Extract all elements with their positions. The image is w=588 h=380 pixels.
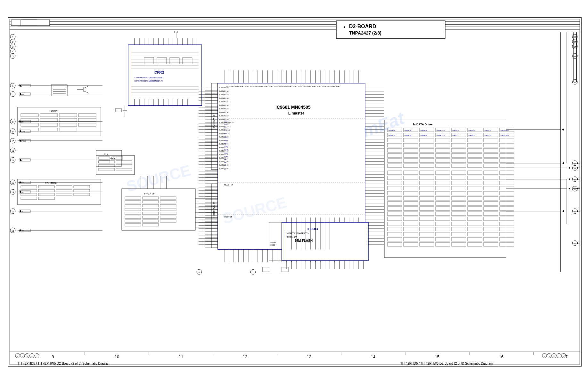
svg-text:DQM3: DQM3 xyxy=(224,155,228,157)
svg-rect-440 xyxy=(484,237,498,241)
svg-rect-441 xyxy=(500,237,514,241)
svg-rect-494 xyxy=(99,168,115,171)
svg-rect-525 xyxy=(160,208,176,211)
svg-text:GDAT1: GDAT1 xyxy=(269,86,274,87)
svg-rect-714 xyxy=(205,174,218,177)
svg-text:/WE: /WE xyxy=(224,143,227,144)
svg-text:CKE1: CKE1 xyxy=(224,123,228,125)
svg-rect-389 xyxy=(436,207,450,210)
svg-rect-346 xyxy=(388,181,402,185)
svg-rect-351 xyxy=(468,181,482,185)
svg-text:SDRAM I/F: SDRAM I/F xyxy=(224,122,234,123)
svg-rect-500 xyxy=(56,186,72,188)
svg-text:▲: ▲ xyxy=(343,25,346,29)
svg-rect-406 xyxy=(452,217,466,221)
svg-text:RDAT7: RDAT7 xyxy=(259,86,264,87)
svg-rect-295 xyxy=(468,143,482,147)
svg-rect-410 xyxy=(388,222,402,226)
svg-marker-618 xyxy=(568,167,570,169)
svg-rect-420 xyxy=(420,227,434,231)
svg-rect-405 xyxy=(436,217,450,221)
svg-text:000050: 000050 xyxy=(270,244,275,246)
svg-text:GDAT7: GDAT7 xyxy=(298,86,302,87)
svg-rect-353 xyxy=(500,181,514,185)
svg-rect-477 xyxy=(40,123,58,126)
svg-rect-508 xyxy=(56,193,72,196)
svg-rect-381 xyxy=(436,202,450,205)
svg-rect-305 xyxy=(500,148,514,152)
svg-rect-418 xyxy=(388,227,402,231)
svg-rect-498 xyxy=(21,186,37,188)
svg-rect-352 xyxy=(484,181,498,185)
svg-rect-397 xyxy=(436,212,450,216)
svg-rect-526 xyxy=(125,212,141,215)
svg-text:RAMADR2 A2: RAMADR2 A2 xyxy=(219,94,229,96)
svg-text:2: 2 xyxy=(12,41,13,43)
svg-rect-534 xyxy=(160,220,176,222)
svg-rect-531 xyxy=(160,216,176,218)
svg-text:16: 16 xyxy=(499,354,503,359)
svg-rect-490 xyxy=(99,161,115,163)
svg-rect-471 xyxy=(78,114,96,117)
svg-rect-335 xyxy=(468,171,482,175)
svg-rect-357 xyxy=(436,186,450,190)
svg-text:FLASH I/F: FLASH I/F xyxy=(224,184,233,186)
svg-rect-289 xyxy=(500,138,514,142)
svg-rect-439 xyxy=(468,237,482,241)
svg-rect-529 xyxy=(125,216,141,218)
svg-rect-788 xyxy=(115,109,122,112)
svg-text:IC9603: IC9603 xyxy=(307,227,318,231)
svg-rect-443 xyxy=(404,242,418,246)
svg-text:16M-FLASH: 16M-FLASH xyxy=(295,239,313,242)
svg-text:DQM0: DQM0 xyxy=(224,146,228,147)
svg-rect-474 xyxy=(59,118,77,122)
svg-rect-416 xyxy=(484,222,498,226)
svg-rect-510 xyxy=(21,197,37,200)
svg-text:A1: A1 xyxy=(224,168,226,170)
svg-rect-412 xyxy=(420,222,434,226)
svg-text:IC9601 MN84505: IC9601 MN84505 xyxy=(275,105,311,110)
svg-rect-310 xyxy=(452,154,466,157)
svg-rect-354 xyxy=(388,186,402,190)
svg-text:16: 16 xyxy=(12,230,14,232)
svg-rect-388 xyxy=(420,207,434,210)
svg-marker-621 xyxy=(562,210,564,212)
svg-text:GDAT2: GDAT2 xyxy=(274,86,278,87)
svg-rect-332 xyxy=(420,171,434,175)
svg-rect-447 xyxy=(468,242,482,246)
svg-rect-306 xyxy=(388,154,402,157)
svg-rect-394 xyxy=(388,212,402,216)
svg-marker-620 xyxy=(568,188,570,190)
svg-rect-291 xyxy=(404,143,418,147)
svg-rect-380 xyxy=(420,202,434,205)
svg-rect-282 xyxy=(388,138,402,142)
svg-rect-433 xyxy=(500,232,514,236)
svg-text:9: 9 xyxy=(52,354,54,359)
svg-rect-285 xyxy=(436,138,450,142)
svg-rect-348 xyxy=(420,181,434,185)
svg-rect-334 xyxy=(452,171,466,175)
svg-text:BA1: BA1 xyxy=(224,162,227,163)
svg-line-793 xyxy=(83,86,88,88)
svg-text:RAMADR4 A4: RAMADR4 A4 xyxy=(219,101,229,103)
svg-text:FPGA I/F: FPGA I/F xyxy=(144,192,155,195)
svg-text:CONTROL: CONTROL xyxy=(45,182,58,185)
svg-text:11: 11 xyxy=(12,150,14,152)
svg-text:BA0: BA0 xyxy=(224,159,227,160)
svg-rect-344 xyxy=(484,176,498,180)
svg-rect-472 xyxy=(21,118,38,122)
svg-rect-476 xyxy=(21,123,38,126)
svg-text:BDATA12 A12: BDATA12 A12 xyxy=(501,130,509,131)
svg-rect-515 xyxy=(143,197,159,199)
svg-rect-297 xyxy=(500,143,514,147)
svg-rect-473 xyxy=(40,118,58,122)
svg-rect-475 xyxy=(78,118,96,122)
svg-text:4: 4 xyxy=(32,355,33,357)
svg-text:RDAT6: RDAT6 xyxy=(255,86,259,87)
svg-text:D2-BOARD: D2-BOARD xyxy=(349,24,376,29)
svg-rect-283 xyxy=(404,138,418,142)
svg-rect-370 xyxy=(388,196,402,200)
svg-rect-511 xyxy=(38,197,54,200)
svg-rect-317 xyxy=(436,159,450,162)
svg-rect-857 xyxy=(21,20,50,26)
